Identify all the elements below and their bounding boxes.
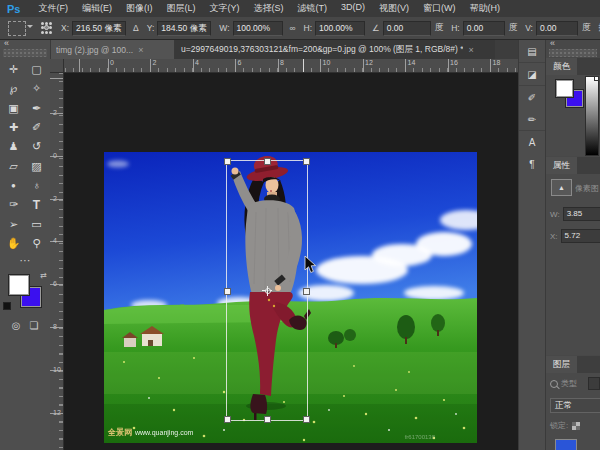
- close-icon[interactable]: ×: [468, 45, 473, 55]
- tab-color-panel[interactable]: 颜色: [546, 58, 577, 75]
- close-icon[interactable]: ×: [138, 45, 143, 55]
- skew-h-field[interactable]: 0.00: [463, 21, 505, 36]
- healing-brush-tool[interactable]: ✚: [2, 118, 25, 137]
- menu-item[interactable]: 3D(D): [334, 2, 372, 15]
- menu-item[interactable]: 文字(Y): [202, 2, 246, 15]
- color-swatches: ⇄: [3, 273, 47, 311]
- path-selection-tool[interactable]: ➢: [2, 214, 25, 233]
- menu-item[interactable]: 图像(I): [119, 2, 160, 15]
- foreground-color-swatch[interactable]: [8, 274, 30, 296]
- move-tool[interactable]: ✛: [2, 60, 25, 79]
- handle-top-middle[interactable]: [264, 158, 271, 165]
- photoshop-window: Ps 文件(F)编辑(E)图像(I)图层(L)文字(Y)选择(S)滤镜(T)3D…: [0, 0, 600, 450]
- gradient-tool[interactable]: ▨: [25, 156, 48, 175]
- tab-properties-panel[interactable]: 属性: [546, 157, 577, 174]
- paragraph-icon[interactable]: ¶: [519, 153, 545, 175]
- prop-w-label: W:: [550, 210, 560, 219]
- pen-tool[interactable]: ✑: [2, 195, 25, 214]
- menu-item[interactable]: 视图(V): [372, 2, 416, 15]
- prop-width-field[interactable]: 3.85: [563, 207, 600, 221]
- relative-position-icon[interactable]: Δ: [133, 23, 139, 33]
- horizontal-ruler[interactable]: 024681012141618: [64, 59, 518, 73]
- tool-preset-picker[interactable]: [8, 21, 26, 36]
- rotation-field[interactable]: 0.00: [383, 21, 431, 36]
- swatches-icon[interactable]: ▤: [519, 40, 545, 62]
- height-scale-field[interactable]: 100.00%: [315, 21, 365, 36]
- prop-x-field[interactable]: 5.72: [561, 229, 600, 243]
- collapse-panels-button[interactable]: «: [546, 40, 600, 48]
- image-properties-icon[interactable]: ▲: [551, 179, 572, 196]
- panels-drag-handle[interactable]: [549, 49, 597, 57]
- width-scale-field[interactable]: 100.00%: [233, 21, 283, 36]
- history-brush-tool[interactable]: ↺: [25, 137, 48, 156]
- menu-bar: Ps 文件(F)编辑(E)图像(I)图层(L)文字(Y)选择(S)滤镜(T)3D…: [0, 0, 600, 18]
- layer-thumbnail[interactable]: [555, 439, 577, 450]
- clone-stamp-tool[interactable]: ♟: [2, 137, 25, 156]
- menu-item[interactable]: 滤镜(T): [290, 2, 334, 15]
- ruler-cursor-mark: [303, 59, 304, 72]
- eyedropper-tool[interactable]: ✒: [25, 99, 48, 118]
- handle-bottom-middle[interactable]: [264, 416, 271, 423]
- handle-middle-right[interactable]: [303, 288, 310, 295]
- character-icon[interactable]: A: [519, 130, 545, 153]
- handle-bottom-left[interactable]: [224, 416, 231, 423]
- crop-tool[interactable]: ▣: [2, 99, 25, 118]
- adjustments-icon[interactable]: ◪: [519, 62, 545, 85]
- tab-label: timg (2).jpg @ 100...: [56, 45, 133, 55]
- y-position-field[interactable]: 184.50 像素: [157, 21, 211, 36]
- menu-item[interactable]: 帮助(H): [462, 2, 507, 15]
- blend-mode-select[interactable]: 正常: [550, 398, 600, 413]
- menu-item[interactable]: 图层(L): [159, 2, 202, 15]
- menu-item[interactable]: 选择(S): [246, 2, 290, 15]
- document-canvas[interactable]: 全景网www.quanjing.com fr61700138: [64, 73, 518, 450]
- handle-middle-left[interactable]: [224, 288, 231, 295]
- prop-x-label: X:: [550, 232, 558, 241]
- brush-settings-icon[interactable]: ✐: [519, 85, 545, 108]
- tool-grid: ✛▢℘✧▣✒✚✐♟↺▱▨●♁✑T➢▭✋⚲: [0, 60, 50, 253]
- zoom-tool[interactable]: ⚲: [25, 234, 48, 253]
- menu-item[interactable]: 编辑(E): [75, 2, 119, 15]
- skew-v-field[interactable]: 0.00: [536, 21, 578, 36]
- handle-bottom-right[interactable]: [303, 416, 310, 423]
- eraser-tool[interactable]: ▱: [2, 156, 25, 175]
- ruler-origin[interactable]: [50, 59, 64, 73]
- quick-selection-tool[interactable]: ✧: [25, 79, 48, 98]
- edit-toolbar-button[interactable]: ⋯: [0, 255, 50, 267]
- screen-mode-button[interactable]: ❏: [29, 320, 38, 331]
- color-ramp[interactable]: [585, 76, 599, 156]
- reference-point-locator[interactable]: [40, 22, 53, 35]
- transform-reference-point[interactable]: [262, 286, 272, 296]
- lasso-tool[interactable]: ℘: [2, 79, 25, 98]
- collapse-tools-button[interactable]: «: [0, 40, 50, 48]
- lock-transparency-icon[interactable]: [572, 422, 580, 430]
- menu-item[interactable]: 文件(F): [31, 2, 75, 15]
- brush-tool[interactable]: ✐: [25, 118, 48, 137]
- vertical-ruler[interactable]: 202468101214: [50, 73, 64, 450]
- hand-tool[interactable]: ✋: [2, 234, 25, 253]
- menu-item[interactable]: 窗口(W): [416, 2, 463, 15]
- foreground-color-swatch[interactable]: [555, 79, 574, 98]
- swap-colors-icon[interactable]: ⇄: [40, 271, 47, 280]
- document-tab-active[interactable]: u=2997649019,376303121&fm=200&gp=0.jpg @…: [175, 40, 495, 59]
- layer-filter-label[interactable]: 类型: [561, 378, 577, 389]
- transform-bounding-box[interactable]: [226, 160, 308, 421]
- document-tab[interactable]: timg (2).jpg @ 100... ×: [50, 40, 175, 59]
- handle-top-right[interactable]: [303, 158, 310, 165]
- quick-mask-button[interactable]: ◎: [12, 320, 21, 331]
- link-scale-icon[interactable]: ∞: [290, 23, 296, 33]
- rectangular-marquee-tool[interactable]: ▢: [25, 60, 48, 79]
- tab-layers-panel[interactable]: 图层: [546, 356, 577, 373]
- dodge-tool[interactable]: ♁: [25, 176, 48, 195]
- x-position-field[interactable]: 216.50 像素: [72, 21, 126, 36]
- rounded-rectangle-tool[interactable]: ▭: [25, 214, 48, 233]
- blur-tool[interactable]: ●: [2, 176, 25, 195]
- tools-drag-handle[interactable]: [3, 49, 47, 57]
- brush-presets-icon[interactable]: ✏: [519, 108, 545, 130]
- default-colors-icon[interactable]: [3, 302, 12, 311]
- filter-dropdown[interactable]: [588, 377, 600, 390]
- degree-unit: 度: [435, 22, 444, 34]
- layers-panel: 类型 正常 锁定:: [546, 373, 600, 450]
- document-tab-bar: timg (2).jpg @ 100... × u=2997649019,376…: [50, 40, 518, 59]
- type-tool[interactable]: T: [25, 195, 48, 214]
- handle-top-left[interactable]: [224, 158, 231, 165]
